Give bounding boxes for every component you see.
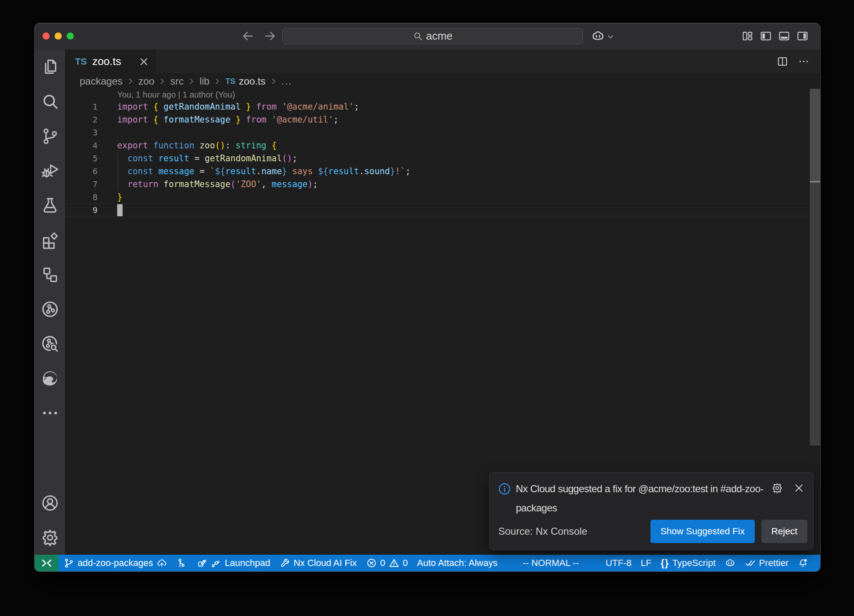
status-item-text: 0 bbox=[380, 558, 385, 568]
status-item-launchpad[interactable]: Launchpad bbox=[196, 558, 270, 568]
tab-close-icon[interactable] bbox=[138, 56, 149, 67]
code-line-3: 3 bbox=[65, 126, 820, 139]
traffic-light-close[interactable] bbox=[43, 33, 50, 40]
line-number: 2 bbox=[65, 113, 98, 126]
activity-bar-item-extensions[interactable] bbox=[35, 223, 65, 257]
scrollbar-thumb[interactable] bbox=[810, 89, 820, 181]
git-blame-lens[interactable]: You, 1 hour ago | 1 author (You) bbox=[117, 89, 235, 100]
remote-indicator[interactable] bbox=[35, 555, 58, 571]
line-number: 7 bbox=[65, 178, 98, 191]
status-item-text: -- NORMAL -- bbox=[522, 558, 579, 568]
status-item-git-merge[interactable] bbox=[176, 558, 187, 568]
breadcrumb-item[interactable]: lib bbox=[199, 75, 209, 87]
notification-settings-icon[interactable] bbox=[771, 482, 783, 494]
run-debug-icon bbox=[40, 161, 60, 180]
activity-bar-item-project-graph-search[interactable] bbox=[35, 326, 65, 361]
crumb-sep-icon bbox=[269, 77, 278, 85]
status-right: -- NORMAL --UTF-8LF{}TypeScriptPrettier bbox=[522, 555, 809, 571]
traffic-light-zoom[interactable] bbox=[67, 33, 74, 40]
rocket-icon bbox=[196, 558, 207, 568]
status-item-language[interactable]: {}TypeScript bbox=[661, 558, 716, 569]
status-item-text: Prettier bbox=[759, 558, 789, 568]
remote-icon bbox=[41, 557, 53, 569]
status-item-text: {} bbox=[661, 558, 669, 569]
status-item-problems[interactable]: 00 bbox=[366, 558, 408, 568]
activity-bar-item-files[interactable] bbox=[35, 50, 65, 84]
activity-bar-item-search[interactable] bbox=[35, 84, 65, 119]
status-item-text: TypeScript bbox=[672, 558, 716, 568]
code-line-4: 4export function zoo(): string { bbox=[65, 139, 820, 152]
source-control-icon bbox=[63, 558, 74, 568]
reject-button[interactable]: Reject bbox=[761, 520, 807, 543]
arrow-right-icon[interactable] bbox=[263, 29, 277, 43]
status-item-auto-attach[interactable]: Auto Attach: Always bbox=[417, 558, 497, 568]
breadcrumb-item[interactable]: zoo bbox=[138, 75, 155, 87]
crumb-sep-icon bbox=[187, 77, 196, 85]
code-line-8: 8} bbox=[65, 191, 820, 204]
check-all-icon bbox=[745, 558, 756, 568]
activity-bar-item-edge[interactable] bbox=[35, 361, 65, 396]
status-item-nx-cloud-ai-fix[interactable]: Nx Cloud AI Fix bbox=[279, 558, 357, 568]
status-item-text: 0 bbox=[403, 558, 408, 568]
breadcrumb-file[interactable]: TSzoo.ts bbox=[225, 75, 265, 87]
status-item-notifications[interactable] bbox=[798, 558, 809, 568]
plug-icon bbox=[211, 558, 221, 568]
activity-bar-item-account[interactable] bbox=[35, 486, 65, 520]
breadcrumb-item[interactable]: src bbox=[170, 75, 183, 87]
notification-close-icon[interactable] bbox=[793, 482, 805, 494]
copilot-icon bbox=[725, 558, 736, 568]
status-item-git-branch[interactable]: add-zoo-packages bbox=[63, 558, 167, 568]
linked-squares-icon bbox=[40, 265, 60, 284]
breadcrumb-symbol-tail[interactable]: ... bbox=[281, 75, 292, 87]
breadcrumb-item[interactable]: packages bbox=[80, 75, 123, 87]
status-item-vim-mode[interactable]: -- NORMAL -- bbox=[522, 558, 579, 568]
line-number: 3 bbox=[65, 126, 98, 139]
code-text: return formatMessage('ZOO', message); bbox=[98, 178, 318, 191]
notification-message: Nx Cloud suggested a fix for @acme/zoo:t… bbox=[516, 479, 764, 518]
copilot-menu[interactable] bbox=[591, 29, 614, 43]
activity-bar-item-testing[interactable] bbox=[35, 188, 65, 223]
code-text: export function zoo(): string { bbox=[98, 139, 277, 152]
split-editor-icon[interactable] bbox=[776, 55, 789, 68]
command-center[interactable]: acme bbox=[282, 28, 583, 44]
more-horizontal-icon[interactable] bbox=[798, 55, 810, 68]
layout-icon[interactable] bbox=[741, 29, 754, 43]
activity-bar-item-source-control[interactable] bbox=[35, 119, 65, 153]
code-lines: 1import { getRandomAnimal } from '@acme/… bbox=[65, 100, 820, 217]
files-icon bbox=[40, 58, 60, 77]
warning-icon bbox=[389, 558, 399, 568]
line-number: 8 bbox=[65, 191, 98, 204]
code-line-7: 7 return formatMessage('ZOO', message); bbox=[65, 178, 820, 191]
project-graph-search-icon bbox=[40, 334, 60, 353]
traffic-light-minimize[interactable] bbox=[55, 33, 62, 40]
activity-bar-item-more[interactable] bbox=[35, 396, 65, 430]
arrow-left-icon[interactable] bbox=[241, 29, 255, 43]
source-control-icon bbox=[40, 127, 60, 146]
status-item-eol[interactable]: LF bbox=[641, 558, 652, 568]
status-item-encoding[interactable]: UTF-8 bbox=[605, 558, 631, 568]
layout-sidebar-left-icon[interactable] bbox=[759, 29, 772, 43]
show-suggested-fix-button[interactable]: Show Suggested Fix bbox=[651, 520, 755, 543]
cloud-upload-icon bbox=[156, 558, 167, 568]
activity-bar-item-linked-squares[interactable] bbox=[35, 257, 65, 292]
code-text: const result = getRandomAnimal(); bbox=[98, 152, 297, 165]
status-item-formatter[interactable]: Prettier bbox=[745, 558, 789, 568]
tab-zoo-ts[interactable]: TS zoo.ts bbox=[65, 50, 156, 73]
bell-dot-icon bbox=[798, 558, 809, 568]
status-item-text: add-zoo-packages bbox=[78, 558, 153, 568]
activity-bar-item-project-graph[interactable] bbox=[35, 292, 65, 326]
tab-label: zoo.ts bbox=[92, 55, 133, 68]
git-merge-icon bbox=[176, 558, 187, 568]
code-text: } bbox=[98, 191, 122, 204]
layout-sidebar-right-icon[interactable] bbox=[796, 29, 809, 43]
account-icon bbox=[40, 493, 60, 513]
code-line-5: 5 const result = getRandomAnimal(); bbox=[65, 152, 820, 165]
layout-panel-icon[interactable] bbox=[778, 29, 791, 43]
scrollbar-thumb-lower[interactable] bbox=[810, 183, 820, 446]
activity-bar-item-settings-gear[interactable] bbox=[35, 520, 65, 555]
code-text: import { formatMessage } from '@acme/uti… bbox=[98, 113, 339, 126]
traffic-lights bbox=[43, 33, 74, 40]
activity-bar-item-run-debug[interactable] bbox=[35, 153, 65, 188]
status-item-copilot[interactable] bbox=[725, 558, 736, 568]
crumb-sep-icon bbox=[126, 77, 135, 85]
